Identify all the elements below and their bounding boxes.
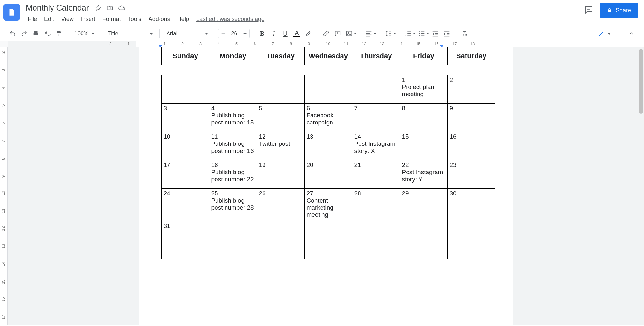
calendar-cell[interactable] <box>447 221 495 259</box>
calendar-cell[interactable] <box>209 75 257 104</box>
svg-rect-2 <box>10 13 12 14</box>
calendar-cell[interactable]: 6Facebook campaign <box>304 104 352 132</box>
calendar-date: 24 <box>164 190 207 197</box>
redo-button[interactable] <box>19 28 30 39</box>
horizontal-ruler[interactable]: 21123456789101112131415161718 <box>8 41 644 47</box>
calendar-cell[interactable]: 25Publish blog post number 28 <box>209 189 257 221</box>
calendar-header-table[interactable]: SundayMondayTuesdayWednesdayThursdayFrid… <box>161 47 495 65</box>
calendar-cell[interactable]: 23 <box>447 160 495 189</box>
paint-format-button[interactable] <box>53 28 64 39</box>
line-spacing-dropdown[interactable] <box>383 28 396 39</box>
text-color-button[interactable]: A <box>291 28 302 39</box>
calendar-cell[interactable] <box>352 75 400 104</box>
calendar-cell[interactable]: 17 <box>161 160 209 189</box>
font-size-input[interactable] <box>227 30 240 37</box>
calendar-cell[interactable] <box>304 221 352 259</box>
menu-format[interactable]: Format <box>99 15 124 24</box>
underline-button[interactable]: U <box>280 28 291 39</box>
calendar-cell[interactable] <box>257 75 304 104</box>
font-dropdown[interactable]: Arial <box>163 28 211 39</box>
menu-view[interactable]: View <box>58 15 77 24</box>
calendar-cell[interactable]: 3 <box>161 104 209 132</box>
vertical-scrollbar[interactable] <box>638 47 644 325</box>
document-title[interactable]: Monthly Calendar <box>24 3 90 13</box>
calendar-cell[interactable]: 14Post Instagram story: X <box>352 132 400 160</box>
calendar-cell[interactable]: 10 <box>161 132 209 160</box>
calendar-cell[interactable]: 31 <box>161 221 209 259</box>
calendar-cell[interactable] <box>304 75 352 104</box>
calendar-cell[interactable]: 9 <box>447 104 495 132</box>
insert-link-button[interactable] <box>321 28 332 39</box>
calendar-cell[interactable] <box>352 221 400 259</box>
font-size-decrease[interactable]: − <box>218 29 227 38</box>
comment-history-icon[interactable] <box>584 5 594 16</box>
style-dropdown[interactable]: Title <box>105 28 156 39</box>
calendar-cell[interactable]: 24 <box>161 189 209 221</box>
page[interactable]: SundayMondayTuesdayWednesdayThursdayFrid… <box>139 47 513 325</box>
calendar-cell[interactable]: 26 <box>257 189 304 221</box>
calendar-cell[interactable]: 4Publish blog post number 15 <box>209 104 257 132</box>
calendar-cell[interactable]: 13 <box>304 132 352 160</box>
calendar-cell[interactable]: 27Content marketing meeting <box>304 189 352 221</box>
menu-insert[interactable]: Insert <box>78 15 99 24</box>
calendar-cell[interactable]: 21 <box>352 160 400 189</box>
calendar-cell[interactable] <box>257 221 304 259</box>
calendar-cell[interactable]: 16 <box>447 132 495 160</box>
font-size-stepper[interactable]: − + <box>218 29 250 38</box>
calendar-cell[interactable]: 15 <box>400 132 447 160</box>
insert-image-button[interactable] <box>344 28 357 39</box>
menu-help[interactable]: Help <box>174 15 192 24</box>
undo-button[interactable] <box>7 28 18 39</box>
clear-formatting-button[interactable] <box>459 28 470 39</box>
bold-button[interactable]: B <box>256 28 267 39</box>
calendar-date: 30 <box>450 190 493 197</box>
numbered-list-dropdown[interactable] <box>403 28 416 39</box>
insert-comment-button[interactable] <box>332 28 343 39</box>
calendar-cell[interactable]: 7 <box>352 104 400 132</box>
move-icon[interactable] <box>106 5 113 12</box>
calendar-cell[interactable] <box>209 221 257 259</box>
menu-edit[interactable]: Edit <box>41 15 57 24</box>
calendar-cell[interactable]: 8 <box>400 104 447 132</box>
calendar-cell[interactable]: 2 <box>447 75 495 104</box>
vertical-ruler[interactable]: 234567891011121314151617 <box>0 47 8 325</box>
zoom-dropdown[interactable]: 100% <box>71 28 98 39</box>
calendar-cell[interactable]: 5 <box>257 104 304 132</box>
collapse-toolbar-button[interactable] <box>626 28 637 39</box>
menu-file[interactable]: File <box>24 15 40 24</box>
italic-button[interactable]: I <box>268 28 279 39</box>
spellcheck-button[interactable] <box>42 28 53 39</box>
star-icon[interactable] <box>95 5 102 12</box>
highlight-button[interactable] <box>303 28 314 39</box>
calendar-cell[interactable]: 11Publish blog post number 16 <box>209 132 257 160</box>
calendar-cell[interactable]: 30 <box>447 189 495 221</box>
document-canvas[interactable]: SundayMondayTuesdayWednesdayThursdayFrid… <box>8 47 644 325</box>
calendar-cell[interactable]: 22Post Instagram story: Y <box>400 160 447 189</box>
ruler-tick: 15 <box>1 280 5 284</box>
calendar-cell[interactable] <box>400 221 447 259</box>
last-edit-link[interactable]: Last edit was seconds ago <box>193 15 268 24</box>
cloud-saved-icon[interactable] <box>118 5 125 12</box>
calendar-cell[interactable]: 28 <box>352 189 400 221</box>
calendar-cell[interactable]: 1Project plan meeting <box>400 75 447 104</box>
font-size-increase[interactable]: + <box>240 29 249 38</box>
align-dropdown[interactable] <box>363 28 376 39</box>
calendar-body-table[interactable]: 1Project plan meeting234Publish blog pos… <box>161 75 495 259</box>
menu-tools[interactable]: Tools <box>125 15 145 24</box>
docs-app-icon[interactable] <box>3 4 20 21</box>
calendar-cell[interactable]: 19 <box>257 160 304 189</box>
calendar-cell[interactable] <box>161 75 209 104</box>
scrollbar-thumb[interactable] <box>639 49 643 114</box>
calendar-cell[interactable]: 29 <box>400 189 447 221</box>
calendar-cell[interactable]: 18Publish blog post number 22 <box>209 160 257 189</box>
editing-mode-dropdown[interactable] <box>595 29 614 38</box>
bulleted-list-dropdown[interactable] <box>416 28 429 39</box>
decrease-indent-button[interactable] <box>430 28 441 39</box>
calendar-cell[interactable]: 20 <box>304 160 352 189</box>
increase-indent-button[interactable] <box>441 28 452 39</box>
print-button[interactable] <box>30 28 41 39</box>
calendar-cell[interactable]: 12Twitter post <box>257 132 304 160</box>
menu-addons[interactable]: Add-ons <box>145 15 173 24</box>
share-button[interactable]: Share <box>600 3 638 18</box>
calendar-date: 17 <box>164 162 207 169</box>
